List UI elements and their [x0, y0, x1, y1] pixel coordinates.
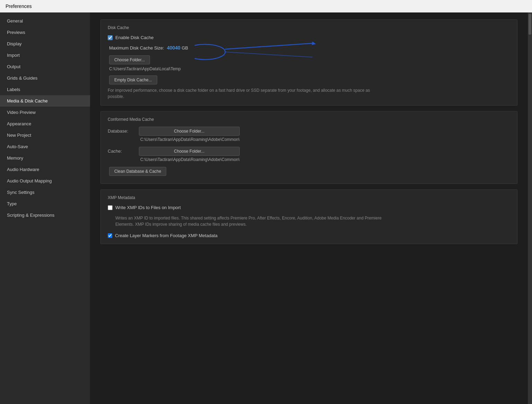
max-size-unit: GB — [182, 45, 188, 51]
conformed-title: Conformed Media Cache — [108, 117, 510, 122]
enable-disk-cache-label[interactable]: Enable Disk Cache — [115, 35, 154, 40]
write-xmp-row: Write XMP IDs to Files on Import — [108, 205, 510, 210]
sidebar-item-media-disk-cache[interactable]: Media & Disk Cache — [0, 95, 90, 107]
max-size-row: Maximum Disk Cache Size: 40040 GB — [108, 45, 510, 51]
choose-folder-button-1[interactable]: Choose Folder... — [109, 55, 150, 64]
max-size-label: Maximum Disk Cache Size: — [109, 45, 164, 51]
sidebar-item-memory[interactable]: Memory — [0, 152, 90, 164]
sidebar-item-audio-hardware[interactable]: Audio Hardware — [0, 164, 90, 175]
choose-folder-row-1: Choose Folder... — [108, 55, 510, 64]
sidebar-item-auto-save[interactable]: Auto-Save — [0, 141, 90, 152]
sidebar-item-scripting-expressions[interactable]: Scripting & Expressions — [0, 209, 90, 221]
database-choose-folder-button[interactable]: Choose Folder... — [139, 127, 240, 136]
sidebar-item-type[interactable]: Type — [0, 198, 90, 209]
enable-disk-cache-checkbox[interactable] — [108, 35, 113, 40]
cache-row: Cache: Choose Folder... C:\Users\Tactira… — [108, 147, 510, 162]
database-row: Database: Choose Folder... C:\Users\Tact… — [108, 127, 510, 142]
xmp-metadata-section: XMP Metadata Write XMP IDs to Files on I… — [100, 189, 517, 244]
cache-content: Choose Folder... C:\Users\Tactiran\AppDa… — [139, 147, 240, 162]
svg-marker-3 — [312, 42, 316, 45]
database-label: Database: — [108, 127, 139, 134]
create-layer-row: Create Layer Markers from Footage XMP Me… — [108, 233, 510, 238]
sidebar-item-previews[interactable]: Previews — [0, 27, 90, 38]
cache-path: C:\Users\Tactiran\AppData\Roaming\Adobe\… — [139, 157, 240, 162]
cache-label: Cache: — [108, 147, 139, 154]
disk-cache-path: C:\Users\Tactiran\AppData\Local\Temp — [108, 66, 510, 71]
max-size-value: 40040 — [167, 45, 180, 51]
create-layer-checkbox[interactable] — [108, 233, 112, 238]
cache-choose-folder-button[interactable]: Choose Folder... — [139, 147, 240, 156]
size-value-container: 40040 GB — [167, 45, 188, 51]
disk-cache-section: Disk Cache Enable Disk Cache Maximum Dis… — [100, 19, 517, 106]
disk-cache-title: Disk Cache — [108, 25, 510, 30]
database-path: C:\Users\Tactiran\AppData\Roaming\Adobe\… — [139, 137, 240, 142]
disk-cache-info: For improved performance, choose a disk … — [108, 87, 385, 100]
sidebar-item-import[interactable]: Import — [0, 50, 90, 61]
xmp-title: XMP Metadata — [108, 195, 510, 200]
sidebar-item-grids-guides[interactable]: Grids & Guides — [0, 72, 90, 84]
empty-disk-cache-row: Empty Disk Cache... — [108, 75, 510, 84]
sidebar-item-audio-output-mapping[interactable]: Audio Output Mapping — [0, 175, 90, 187]
write-xmp-description: Writes an XMP ID to imported files. This… — [115, 215, 392, 227]
conformed-media-cache-section: Conformed Media Cache Database: Choose F… — [100, 111, 517, 184]
main-content: Disk Cache Enable Disk Cache Maximum Dis… — [90, 12, 528, 404]
database-content: Choose Folder... C:\Users\Tactiran\AppDa… — [139, 127, 240, 142]
sidebar: General Previews Display Import Output G… — [0, 12, 90, 404]
write-xmp-label[interactable]: Write XMP IDs to Files on Import — [115, 205, 181, 210]
clean-database-cache-button[interactable]: Clean Database & Cache — [109, 167, 166, 176]
preferences-title: Preferences — [6, 3, 32, 9]
write-xmp-checkbox[interactable] — [108, 205, 113, 210]
sidebar-item-new-project[interactable]: New Project — [0, 129, 90, 141]
clean-cache-row: Clean Database & Cache — [108, 167, 510, 176]
svg-line-1 — [225, 43, 312, 49]
enable-disk-cache-row: Enable Disk Cache — [108, 35, 510, 40]
sidebar-item-output[interactable]: Output — [0, 61, 90, 72]
empty-disk-cache-button[interactable]: Empty Disk Cache... — [109, 75, 157, 84]
scrollbar-thumb — [529, 14, 531, 35]
sidebar-item-display[interactable]: Display — [0, 38, 90, 50]
sidebar-item-appearance[interactable]: Appearance — [0, 118, 90, 129]
sidebar-item-sync-settings[interactable]: Sync Settings — [0, 187, 90, 198]
sidebar-item-general[interactable]: General — [0, 15, 90, 27]
sidebar-item-labels[interactable]: Labels — [0, 84, 90, 95]
sidebar-item-video-preview[interactable]: Video Preview — [0, 107, 90, 118]
create-layer-label[interactable]: Create Layer Markers from Footage XMP Me… — [115, 233, 218, 238]
title-bar: Preferences — [0, 0, 532, 12]
scrollbar[interactable] — [528, 12, 532, 404]
main-layout: General Previews Display Import Output G… — [0, 12, 532, 404]
